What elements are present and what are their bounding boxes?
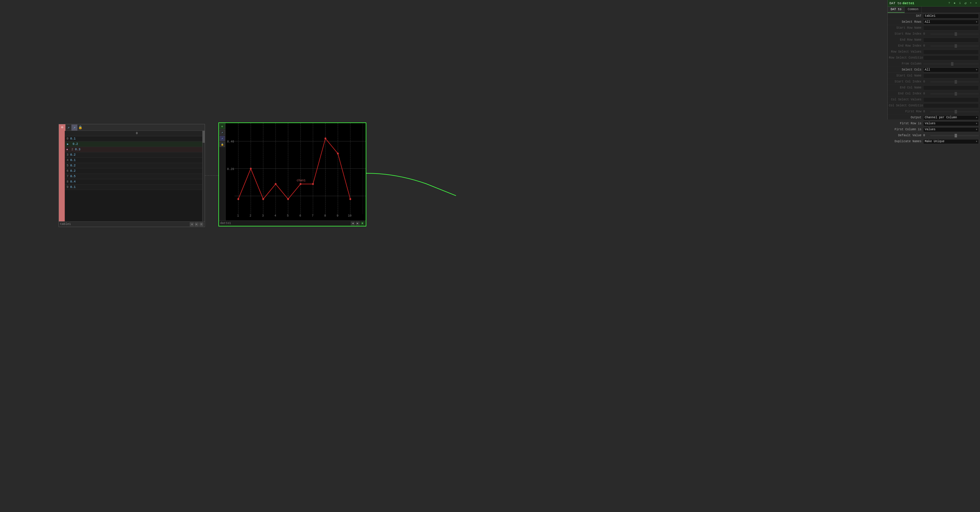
rp-tab-datto[interactable]: DAT to — [888, 6, 905, 13]
rp-label-end-col-name: End Col Name — [889, 86, 923, 89]
rp-label-start-col-name: Start Col Name — [889, 74, 923, 77]
table-footer-btn1[interactable]: ◀ — [190, 222, 194, 226]
table-panel: ⊙ ↗ ↗ 🔒 0 0 0.1 ▶ 0.2 ✱ 2 0.3 3 0.2 4 — [59, 124, 205, 227]
chart-footer-btn1[interactable]: ◀ — [351, 221, 355, 226]
rp-select-duplicate-names-value: Make Unique — [925, 140, 945, 143]
row-index-6: 6 — [65, 169, 69, 173]
svg-text:0.20: 0.20 — [227, 167, 234, 170]
chart-footer: datto1 ◀ ▶ ⊞ — [219, 221, 366, 226]
rp-select-output[interactable]: Channel per Column ▼ — [923, 115, 979, 120]
rp-slider-end-row — [931, 45, 979, 47]
rp-select-duplicate-names[interactable]: Make Unique ▼ — [923, 139, 979, 144]
table-scrollbar[interactable] — [202, 131, 205, 221]
chart-btn-arrow2[interactable]: ↗ — [220, 136, 225, 141]
rp-input-end-col-name — [923, 86, 979, 90]
table-row: 0 0.1 — [65, 136, 202, 142]
rp-slider-firstrow — [931, 111, 979, 112]
rp-row-select-cols: Select Cols All ▼ — [888, 67, 980, 73]
svg-text:0.40: 0.40 — [227, 140, 234, 143]
rp-input-dat[interactable]: table1 — [923, 14, 979, 19]
rp-label-end-col-index: End Col Index — [889, 92, 923, 95]
rp-num-end-row-index: 0 — [923, 44, 929, 48]
table-footer-btn2[interactable]: ▶ — [194, 222, 199, 226]
table-toolbar: ⊙ ↗ ↗ 🔒 — [59, 124, 205, 131]
chart-dot-5 — [287, 198, 289, 200]
chart-footer-btn3[interactable]: ⊞ — [360, 221, 364, 226]
table-col-header: 0 — [72, 132, 202, 135]
connection-line-h — [205, 175, 220, 176]
rp-icon-help[interactable]: ? — [947, 1, 951, 5]
rp-select-rows-value: All — [925, 20, 930, 24]
rp-row-end-row-index: End Row Index 0 — [888, 43, 980, 49]
row-index-7: 7 — [65, 175, 69, 178]
rp-label-col-select-condition: Col Select Condition — [889, 104, 923, 107]
chart-svg: 0.40 0.20 1 2 3 4 5 6 7 8 9 10 — [226, 123, 366, 221]
rp-slider-start-row-index: 0 — [923, 32, 979, 35]
chart-panel: ⊙ ↗ ↗ 🔒 — [218, 122, 366, 226]
rp-select-cols[interactable]: All ▼ — [923, 67, 979, 72]
svg-text:10: 10 — [348, 214, 352, 218]
table-row: 6 0.2 — [65, 169, 202, 174]
row-icon-2: ✱ — [65, 147, 70, 153]
rp-row-start-row-index: Start Row Index 0 — [888, 31, 980, 37]
chart-dot-6 — [300, 183, 301, 185]
rp-label-duplicate-names: Duplicate Names — [889, 140, 923, 143]
rp-icon-refresh[interactable]: ↺ — [963, 1, 967, 5]
table-toolbar-lock[interactable]: 🔒 — [77, 124, 83, 130]
rp-row-row-select-values: Row Select Values — [888, 49, 980, 55]
chart-btn-home[interactable]: ⊙ — [220, 124, 225, 129]
rp-row-first-row: First Row 0 — [888, 109, 980, 115]
rp-slider-thumb-default[interactable] — [955, 134, 957, 137]
chart-btn-lock[interactable]: 🔒 — [220, 142, 225, 147]
rp-row-start-col-name: Start Col Name — [888, 73, 980, 79]
rp-icon-info[interactable]: i — [958, 1, 962, 5]
rp-icon-close[interactable]: × — [974, 1, 978, 5]
rp-input-start-col-name — [923, 73, 979, 78]
table-body: 0 0.1 ▶ 0.2 ✱ 2 0.3 3 0.2 4 0.1 5 0.2 6 … — [65, 136, 202, 190]
rp-slider-thumb-end-col — [955, 92, 957, 95]
row-value-6: 0.2 — [69, 169, 202, 173]
svg-text:6: 6 — [299, 214, 301, 218]
chart-btn-arrow1[interactable]: ↗ — [220, 130, 225, 135]
rp-icon-star[interactable]: ✱ — [953, 1, 957, 5]
table-row: 9 0.1 — [65, 184, 202, 190]
row-index-3: 3 — [65, 153, 69, 156]
rp-label-default-value: Default Value — [889, 134, 923, 137]
rp-icon-add[interactable]: + — [969, 1, 973, 5]
row-value-3: 0.2 — [69, 153, 202, 156]
row-index-2: 2 — [70, 148, 74, 151]
row-value-7: 0.5 — [69, 175, 202, 178]
rp-row-col-select-values: Col Select Values — [888, 97, 980, 103]
rp-select-rows[interactable]: All ▼ — [923, 20, 979, 24]
table-row: ✱ 2 0.3 — [65, 147, 202, 153]
table-row: 7 0.5 — [65, 174, 202, 179]
table-footer-btn3[interactable]: ⊞ — [199, 222, 204, 226]
table-scroll-thumb[interactable] — [202, 131, 205, 143]
table-footer: table1 ◀ ▶ ⊞ — [59, 221, 205, 227]
rp-select-first-row-is[interactable]: Values ▼ — [923, 121, 979, 126]
row-index-5: 5 — [65, 164, 69, 167]
right-panel: DAT to datto1 ? ✱ i ↺ + × DAT to Common … — [888, 0, 980, 119]
rp-slider-default-value[interactable]: 0 — [923, 134, 979, 137]
rp-node-name: datto1 — [903, 2, 915, 5]
row-value-0: 0.1 — [69, 137, 202, 140]
rp-tab-common[interactable]: Common — [905, 6, 922, 13]
rp-slider-start-col — [931, 81, 979, 83]
svg-text:5: 5 — [287, 214, 289, 218]
row-index-0: 0 — [65, 137, 69, 140]
rp-label-from-column: From Column — [889, 62, 923, 65]
table-toolbar-home[interactable]: ⊙ — [59, 124, 65, 131]
rp-slider-start-col-index: 0 — [923, 80, 979, 83]
rp-input-col-select-values — [923, 97, 979, 102]
rp-num-start-col-index: 0 — [923, 80, 929, 83]
rp-slider-default[interactable] — [931, 135, 979, 136]
svg-text:3: 3 — [262, 214, 264, 218]
rp-select-first-col-is[interactable]: Values ▼ — [923, 127, 979, 132]
table-toolbar-arrow2[interactable]: ↗ — [72, 124, 77, 130]
chart-footer-btn2[interactable]: ▶ — [356, 221, 360, 226]
rp-row-start-col-index: Start Col Index 0 — [888, 79, 980, 85]
rp-label-select-cols: Select Cols — [889, 68, 923, 72]
table-toolbar-arrow1[interactable]: ↗ — [65, 124, 72, 130]
rp-label-start-col-index: Start Col Index — [889, 80, 923, 83]
table-name-label: table1 — [60, 223, 71, 226]
